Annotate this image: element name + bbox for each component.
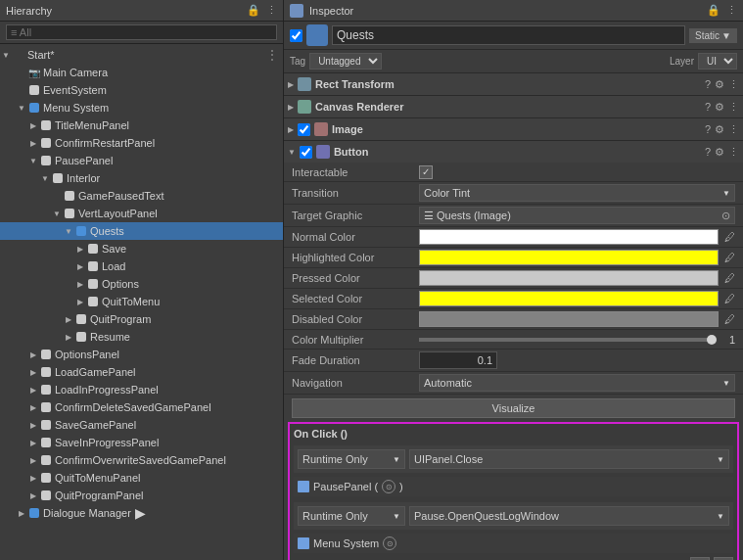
tree-item-loadgame[interactable]: ▶ LoadGamePanel <box>0 363 283 381</box>
tree-item-titlemenu[interactable]: ▶ TitleMenuPanel <box>0 117 283 134</box>
target-graphic-pick-icon[interactable]: ⊙ <box>721 210 730 222</box>
normal-color-swatch[interactable] <box>419 229 719 245</box>
tree-item-quests[interactable]: ▼ Quests <box>0 222 283 240</box>
object-name-input[interactable] <box>332 25 685 45</box>
image-help-icon[interactable]: ? <box>705 123 711 136</box>
function-dropdown-0[interactable]: UIPanel.Close ▼ <box>409 449 729 469</box>
normal-color-picker-icon[interactable]: 🖊 <box>724 231 735 243</box>
tree-item-gamepaused[interactable]: GamePausedText <box>0 187 283 205</box>
tree-item-load[interactable]: ▶ Load <box>0 257 283 275</box>
disabled-color-picker-icon[interactable]: 🖊 <box>724 313 735 325</box>
canvas-renderer-header[interactable]: ▶ Canvas Renderer ? ⚙ ⋮ <box>284 96 743 117</box>
disabled-color-swatch[interactable] <box>419 311 719 327</box>
tree-item-main-camera[interactable]: 📷 Main Camera <box>0 64 283 81</box>
dialogue-expand-icon[interactable]: ▶ <box>135 505 146 521</box>
start-more-btn[interactable]: ⋮ <box>265 47 279 63</box>
quests-icon <box>74 224 88 238</box>
tree-label-quests: Quests <box>90 225 124 237</box>
rect-help-icon[interactable]: ? <box>705 78 711 91</box>
runtime-only-dropdown-0[interactable]: Runtime Only ▼ <box>298 449 405 469</box>
transition-row: Transition Color Tint ▼ <box>284 182 743 205</box>
tree-item-optionspanel[interactable]: ▶ OptionsPanel <box>0 346 283 363</box>
tree-item-saveinprogress[interactable]: ▶ SaveInProgressPanel <box>0 434 283 451</box>
tree-item-pausepanel[interactable]: ▼ PausePanel <box>0 152 283 169</box>
camera-icon: 📷 <box>27 66 41 79</box>
tree-item-confirmoverwrite[interactable]: ▶ ConfirmOverwriteSavedGamePanel <box>0 451 283 469</box>
selected-color-picker-icon[interactable]: 🖊 <box>724 293 735 304</box>
image-more-icon[interactable]: ⋮ <box>728 123 739 136</box>
tree-item-quitprogram[interactable]: ▶ QuitProgram <box>0 310 283 328</box>
image-settings-icon[interactable]: ⚙ <box>715 123 724 136</box>
tree-item-quittomenupanel[interactable]: ▶ QuitToMenuPanel <box>0 469 283 487</box>
tree-label-titlemenu: TitleMenuPanel <box>55 119 129 131</box>
color-multiplier-thumb[interactable] <box>707 335 717 345</box>
tree-item-menu-system[interactable]: ▼ Menu System <box>0 99 283 117</box>
tree-item-savegame[interactable]: ▶ SaveGamePanel <box>0 416 283 434</box>
navigation-dropdown[interactable]: Automatic ▼ <box>419 374 735 392</box>
tree-item-vertlayout[interactable]: ▼ VertLayoutPanel <box>0 205 283 222</box>
tree-item-quitprogrampanel[interactable]: ▶ QuitProgramPanel <box>0 487 283 504</box>
function-dropdown-1[interactable]: Pause.OpenQuestLogWindow ▼ <box>409 506 729 526</box>
object-active-checkbox[interactable] <box>290 29 302 42</box>
visualize-button[interactable]: Visualize <box>292 398 735 418</box>
tag-select[interactable]: Untagged <box>309 53 382 70</box>
layer-select[interactable]: UI <box>698 53 737 70</box>
tree-item-loadinprogress[interactable]: ▶ LoadInProgressPanel <box>0 381 283 398</box>
tree-item-confirmdelete[interactable]: ▶ ConfirmDeleteSavedGamePanel <box>0 398 283 416</box>
onclick-target-row-1: Menu System ⊙ <box>294 534 733 553</box>
button-header[interactable]: ▼ Button ? ⚙ ⋮ <box>284 141 743 163</box>
highlighted-color-swatch[interactable] <box>419 250 719 265</box>
options-icon <box>86 277 100 291</box>
tree-item-save[interactable]: ▶ Save <box>0 240 283 257</box>
fade-duration-input[interactable] <box>419 351 497 369</box>
tree-item-confirmrestart[interactable]: ▶ ConfirmRestartPanel <box>0 134 283 152</box>
canvas-settings-icon[interactable]: ⚙ <box>715 101 724 114</box>
button-settings-icon[interactable]: ⚙ <box>715 146 724 159</box>
canvas-renderer-section: ▶ Canvas Renderer ? ⚙ ⋮ <box>284 96 743 118</box>
color-multiplier-slider[interactable] <box>419 338 712 342</box>
normal-color-value: 🖊 <box>419 229 735 245</box>
selected-color-swatch[interactable] <box>419 291 719 306</box>
more-options-icon[interactable]: ⋮ <box>266 4 277 17</box>
button-enabled-checkbox[interactable] <box>300 146 312 159</box>
hierarchy-panel: Hierarchy 🔒 ⋮ ▼ Start* ⋮ 📷 Main Camera E… <box>0 0 284 560</box>
onclick-target-circle-0[interactable]: ⊙ <box>382 480 395 493</box>
image-enabled-checkbox[interactable] <box>298 123 310 136</box>
onclick-target-circle-1[interactable]: ⊙ <box>383 537 396 550</box>
tree-item-start[interactable]: ▼ Start* ⋮ <box>0 46 283 64</box>
rect-more-icon[interactable]: ⋮ <box>728 78 739 91</box>
inspector-lock-icon[interactable]: 🔒 <box>707 4 720 17</box>
tree-label-loadinprogress: LoadInProgressPanel <box>55 384 159 396</box>
highlighted-color-picker-icon[interactable]: 🖊 <box>724 252 735 263</box>
tree-label-save: Save <box>102 243 126 255</box>
transition-dropdown[interactable]: Color Tint ▼ <box>419 184 735 202</box>
rect-transform-section: ▶ Rect Transform ? ⚙ ⋮ <box>284 73 743 96</box>
canvas-more-icon[interactable]: ⋮ <box>728 101 739 114</box>
pressed-color-picker-icon[interactable]: 🖊 <box>724 272 735 284</box>
interactable-checkbox[interactable] <box>419 165 433 179</box>
image-header[interactable]: ▶ Image ? ⚙ ⋮ <box>284 118 743 140</box>
hierarchy-tree: ▼ Start* ⋮ 📷 Main Camera EventSystem ▼ M… <box>0 44 283 560</box>
target-graphic-field[interactable]: ☰ Quests (Image) ⊙ <box>419 207 735 224</box>
canvas-help-icon[interactable]: ? <box>705 101 711 114</box>
runtime-chevron-icon-0: ▼ <box>393 455 400 464</box>
tree-item-resume[interactable]: ▶ Resume <box>0 328 283 346</box>
pressed-color-swatch[interactable] <box>419 270 719 286</box>
tree-item-quittomenu[interactable]: ▶ QuitToMenu <box>0 293 283 310</box>
search-input[interactable] <box>6 24 277 40</box>
lock-icon[interactable]: 🔒 <box>247 4 260 17</box>
runtime-only-dropdown-1[interactable]: Runtime Only ▼ <box>298 506 405 526</box>
tree-item-dialogue-manager[interactable]: ▶ Dialogue Manager ▶ <box>0 504 283 522</box>
inspector-more-icon[interactable]: ⋮ <box>726 4 737 17</box>
tree-item-interlor[interactable]: ▼ Interlor <box>0 169 283 187</box>
button-help-icon[interactable]: ? <box>705 146 711 159</box>
tree-item-options[interactable]: ▶ Options <box>0 275 283 293</box>
rect-settings-icon[interactable]: ⚙ <box>715 78 724 91</box>
event-icon <box>27 83 41 97</box>
arrow-quests: ▼ <box>63 227 74 236</box>
tree-item-event-system[interactable]: EventSystem <box>0 81 283 99</box>
rect-transform-header[interactable]: ▶ Rect Transform ? ⚙ ⋮ <box>284 73 743 95</box>
button-icons: ? ⚙ ⋮ <box>705 146 739 159</box>
pressed-color-label: Pressed Color <box>292 272 419 284</box>
button-more-icon[interactable]: ⋮ <box>728 146 739 159</box>
